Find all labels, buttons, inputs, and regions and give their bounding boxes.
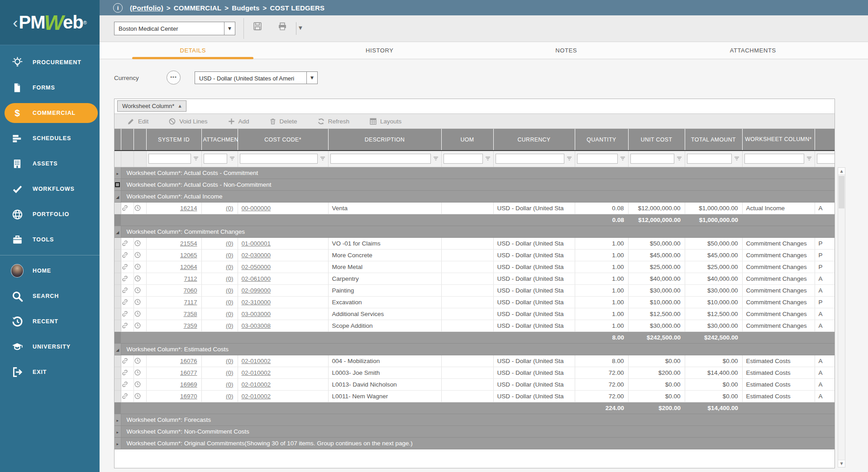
group-row[interactable]: ◢Worksheet Column*: Estimated Costs <box>114 343 835 355</box>
scroll-up-arrow-icon[interactable]: ▲ <box>838 168 845 175</box>
history-icon-cell[interactable] <box>134 390 146 402</box>
group-expand-toggle[interactable] <box>114 179 121 190</box>
filter-funnel-icon[interactable] <box>432 155 439 162</box>
link-icon-cell[interactable] <box>121 378 134 390</box>
filter-input[interactable] <box>330 154 431 164</box>
sidebar-item-commercial[interactable]: $COMMERCIAL <box>0 100 100 126</box>
column-header-attachment[interactable]: ATTACHMENT <box>201 129 238 151</box>
group-expand-toggle[interactable]: ▸ <box>114 437 121 449</box>
column-header-uom[interactable]: UOM <box>441 129 493 151</box>
cost-code-link[interactable]: 02-050000 <box>242 264 271 270</box>
column-header-currency[interactable]: CURRENCY <box>493 129 575 151</box>
sidebar-item-portfolio[interactable]: PORTFOLIO <box>0 202 100 227</box>
group-expand-toggle[interactable]: ▸ <box>114 425 121 437</box>
history-icon-cell[interactable] <box>134 296 146 308</box>
filter-funnel-icon[interactable] <box>733 155 740 162</box>
system-id-link[interactable]: 16970 <box>180 393 197 400</box>
cost-code-link[interactable]: 02-010002 <box>242 393 271 400</box>
currency-lookup-button[interactable]: ••• <box>167 71 181 85</box>
delete-button[interactable]: Delete <box>269 118 297 125</box>
system-id-link[interactable]: 16214 <box>180 205 197 212</box>
link-icon-cell[interactable] <box>121 237 134 249</box>
group-row[interactable]: ▸Worksheet Column*: Original Commitments… <box>114 437 835 449</box>
attachments-link[interactable]: (0) <box>226 358 234 364</box>
link-icon-cell[interactable] <box>121 273 134 284</box>
sidebar-item-assets[interactable]: ASSETS <box>0 151 100 176</box>
cost-code-link[interactable]: 02-310000 <box>242 299 271 306</box>
cost-code-link[interactable]: 03-003008 <box>242 322 271 329</box>
system-id-link[interactable]: 7358 <box>183 311 197 317</box>
history-icon-cell[interactable] <box>134 308 146 320</box>
column-header-system-id[interactable]: SYSTEM ID <box>146 129 201 151</box>
history-icon-cell[interactable] <box>134 320 146 331</box>
sidebar-item-schedules[interactable]: SCHEDULES <box>0 126 100 151</box>
tab-history[interactable]: HISTORY <box>286 42 473 59</box>
link-icon-cell[interactable] <box>121 367 134 378</box>
vertical-scrollbar[interactable]: ▲ ▼ <box>838 167 845 467</box>
history-icon-cell[interactable] <box>134 237 146 249</box>
filter-funnel-icon[interactable] <box>566 155 573 162</box>
breadcrumb-segment-budgets[interactable]: Budgets <box>232 4 259 12</box>
history-icon-cell[interactable] <box>134 273 146 284</box>
cost-code-link[interactable]: 02-010002 <box>242 381 271 388</box>
attachments-link[interactable]: (0) <box>226 393 234 400</box>
column-header-description[interactable]: DESCRIPTION <box>328 129 441 151</box>
add-button[interactable]: Add <box>228 118 249 125</box>
group-row[interactable]: ▸Worksheet Column*: Actual Costs - Commi… <box>114 167 835 179</box>
filter-input[interactable] <box>148 154 191 164</box>
filter-input[interactable] <box>577 154 618 164</box>
column-header-blank-1[interactable] <box>121 129 134 151</box>
attachments-link[interactable]: (0) <box>226 240 234 247</box>
cost-code-link[interactable]: 00-000000 <box>242 205 271 212</box>
system-id-link[interactable]: 7060 <box>183 287 197 294</box>
system-id-link[interactable]: 7112 <box>184 275 197 282</box>
filter-funnel-icon[interactable] <box>192 155 200 162</box>
attachments-link[interactable]: (0) <box>226 264 234 270</box>
history-icon-cell[interactable] <box>134 355 146 367</box>
column-header-unit-cost[interactable]: UNIT COST <box>628 129 685 151</box>
system-id-link[interactable]: 7117 <box>184 299 197 306</box>
sidebar-item-recent[interactable]: RECENT <box>0 309 100 334</box>
filter-input[interactable] <box>204 154 227 164</box>
filter-input[interactable] <box>444 154 483 164</box>
tab-attachments[interactable]: ATTACHMENTS <box>660 42 847 59</box>
cost-code-link[interactable]: 02-030000 <box>242 252 271 259</box>
group-row[interactable]: Worksheet Column*: Actual Costs - Non-Co… <box>114 179 835 190</box>
system-id-link[interactable]: 12065 <box>180 252 197 259</box>
attachments-link[interactable]: (0) <box>226 322 234 329</box>
cost-code-link[interactable]: 02-010002 <box>242 358 271 364</box>
print-button[interactable] <box>277 21 288 31</box>
sidebar-item-tools[interactable]: TOOLS <box>0 227 100 252</box>
history-icon-cell[interactable] <box>134 249 146 261</box>
scrollbar-thumb[interactable] <box>839 176 844 208</box>
currency-select[interactable]: USD - Dollar (United States of Ameri ▼ <box>195 71 318 84</box>
project-select[interactable]: Boston Medical Center ▼ <box>114 22 235 35</box>
cost-code-link[interactable]: 02-099000 <box>242 287 271 294</box>
sidebar-item-procurement[interactable]: PROCUREMENT <box>0 50 100 75</box>
filter-input[interactable] <box>817 154 835 164</box>
group-row[interactable]: ▸Worksheet Column*: Forecasts <box>114 414 835 425</box>
tab-notes[interactable]: NOTES <box>473 42 660 59</box>
attachments-link[interactable]: (0) <box>226 287 234 294</box>
sidebar-item-university[interactable]: UNIVERSITY <box>0 334 100 359</box>
filter-input[interactable] <box>630 154 674 164</box>
history-icon-cell[interactable] <box>134 202 146 214</box>
link-icon-cell[interactable] <box>121 202 134 214</box>
group-row[interactable]: ▸Worksheet Column*: Non-Commitment Costs <box>114 425 835 437</box>
group-expand-toggle[interactable]: ◢ <box>114 190 121 202</box>
cost-code-link[interactable]: 02-061000 <box>242 275 271 282</box>
filter-input[interactable] <box>744 154 804 164</box>
print-options-caret[interactable]: ▼ <box>299 25 302 30</box>
sidebar-item-exit[interactable]: EXIT <box>0 359 100 385</box>
column-header-blank-13[interactable] <box>815 129 835 151</box>
sidebar-item-home[interactable]: HOME <box>0 258 100 283</box>
group-expand-toggle[interactable]: ◢ <box>114 226 121 237</box>
history-icon-cell[interactable] <box>134 261 146 273</box>
group-expand-toggle[interactable]: ▸ <box>114 167 121 179</box>
column-header-cost-code[interactable]: COST CODE* <box>238 129 328 151</box>
link-icon-cell[interactable] <box>121 296 134 308</box>
system-id-link[interactable]: 16969 <box>180 381 197 388</box>
filter-funnel-icon[interactable] <box>806 155 813 162</box>
cost-code-link[interactable]: 01-000001 <box>242 240 271 247</box>
void-lines-button[interactable]: Void Lines <box>168 118 207 125</box>
